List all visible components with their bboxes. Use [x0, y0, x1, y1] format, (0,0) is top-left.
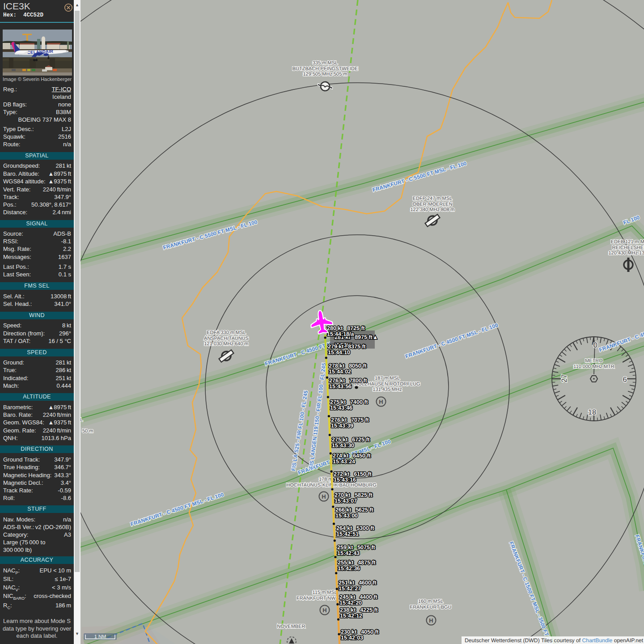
svg-text:15:42:20: 15:42:20 — [339, 600, 362, 606]
svg-text:245 kt 4400 ft: 245 kt 4400 ft — [339, 594, 378, 600]
svg-text:BUTZBACH-PFINGSTWEIDE: BUTZBACH-PFINGSTWEIDE — [292, 66, 358, 72]
svg-text:276 kt 7075 ft: 276 kt 7075 ft — [331, 417, 369, 423]
svg-text:270 kt 5825 ft: 270 kt 5825 ft — [335, 492, 373, 498]
svg-text:15:43:56: 15:43:56 — [329, 383, 352, 390]
svg-text:272 kt 6150 ft: 272 kt 6150 ft — [334, 471, 372, 477]
svg-text:15:43:30: 15:43:30 — [332, 442, 354, 449]
svg-text:ANSPACH/TAUNUS: ANSPACH/TAUNUS — [204, 336, 249, 341]
svg-text:278 kt 8050 ft: 278 kt 8050 ft — [329, 363, 367, 369]
svg-text:15:44:18/a: 15:44:18/a — [327, 331, 355, 337]
svg-text:15:44:02: 15:44:02 — [329, 369, 351, 375]
svg-text:115 m MSL: 115 m MSL — [313, 590, 337, 595]
svg-text:251 kt 4600 ft: 251 kt 4600 ft — [339, 580, 377, 586]
svg-text:H: H — [429, 617, 433, 624]
svg-text:255 kt 4875 ft: 255 kt 4875 ft — [338, 559, 376, 566]
svg-text:REICHELSHEIM: REICHELSHEIM — [612, 245, 644, 250]
svg-text:EDFP 247 m MSL: EDFP 247 m MSL — [413, 196, 452, 201]
svg-text:238 kt 4225 ft: 238 kt 4225 ft — [340, 607, 378, 613]
svg-text:OBER-MOERLEN: OBER-MOERLEN — [412, 202, 452, 207]
svg-text:FRANKFURT BGU: FRANKFURT BGU — [410, 605, 451, 610]
svg-text:FRANKFURT NW-: FRANKFURT NW- — [297, 596, 337, 601]
svg-text:H: H — [322, 607, 326, 614]
svg-text:H: H — [379, 398, 383, 405]
svg-text:15:43:39: 15:43:39 — [331, 423, 353, 429]
svg-text:335 m MSL: 335 m MSL — [313, 60, 338, 66]
svg-text:266 kt 5625 ft: 266 kt 5625 ft — [335, 507, 374, 513]
svg-text:Deutscher Wetterdienst (DWD) T: Deutscher Wetterdienst (DWD) Tiles court… — [465, 637, 644, 644]
svg-text:EDFA 330 m MSL: EDFA 330 m MSL — [207, 330, 246, 335]
svg-text:6: 6 — [623, 376, 627, 384]
svg-text:15:42:12: 15:42:12 — [340, 613, 362, 619]
svg-text:120.430 MHz 130 m: 120.430 MHz 130 m — [608, 250, 644, 256]
svg-text:131.435 MHz: 131.435 MHz — [373, 387, 402, 392]
svg-text:15:42:36: 15:42:36 — [338, 565, 360, 572]
svg-text:264 kt 5300 ft: 264 kt 5300 ft — [336, 525, 375, 531]
svg-text:50 m: 50 m — [82, 428, 93, 434]
svg-text:EDFB 121 m MSL: EDFB 121 m MSL — [611, 239, 644, 245]
svg-text:230 kt 4050 ft: 230 kt 4050 ft — [341, 629, 379, 635]
svg-text:15:44:10: 15:44:10 — [328, 349, 350, 356]
svg-text:15:42:51: 15:42:51 — [336, 531, 359, 537]
svg-text:18: 18 — [588, 408, 596, 416]
svg-text:27: 27 — [560, 374, 568, 382]
svg-text:0: 0 — [593, 341, 597, 349]
svg-text:NOVEMBER: NOVEMBER — [277, 624, 305, 629]
svg-text:FIS LANGEN 119.150 - FIR FL 10: FIS LANGEN 119.150 - FIR FL 100 - FL 245 — [308, 363, 327, 470]
svg-text:276 kt 7800 ft: 276 kt 7800 ft — [329, 377, 368, 384]
svg-text:275 kt 6725 ft: 275 kt 6725 ft — [332, 436, 370, 443]
svg-text:110.000 MHz MTR: 110.000 MHz MTR — [573, 364, 614, 369]
svg-text:H: H — [322, 493, 326, 500]
svg-text:15:42:43: 15:42:43 — [337, 550, 360, 556]
svg-text:122.340 MHz 808 m: 122.340 MHz 808 m — [410, 207, 454, 212]
svg-text:FRANKFURT - C 4500 FT MSL - FL: FRANKFURT - C 4500 FT MSL - FL 100 — [405, 322, 499, 360]
svg-text:METRO: METRO — [585, 358, 603, 364]
svg-text:279 kt 8375 ft: 279 kt 8375 ft — [328, 343, 366, 350]
svg-text:15:43:24: 15:43:24 — [333, 458, 355, 465]
svg-text:121.030 MHz 640 m: 121.030 MHz 640 m — [204, 341, 248, 347]
svg-text:15:43:46: 15:43:46 — [330, 405, 352, 411]
svg-text:259 kt 5075 ft: 259 kt 5075 ft — [337, 544, 376, 551]
svg-text:187 m MSL: 187 m MSL — [375, 376, 400, 381]
svg-text:15:43:00: 15:43:00 — [335, 513, 358, 519]
svg-text:15:42:27: 15:42:27 — [339, 585, 361, 592]
svg-text:L: L — [80, 417, 83, 423]
svg-text:15:42:03: 15:42:03 — [341, 635, 363, 641]
svg-text:160 m MSL: 160 m MSL — [418, 599, 443, 604]
svg-text:280 kt 8725 ft: 280 kt 8725 ft — [327, 325, 365, 331]
svg-text:129.505 MHz 505 m: 129.505 MHz 505 m — [303, 72, 347, 77]
svg-text:275 kt 7400 ft: 275 kt 7400 ft — [330, 399, 369, 405]
svg-text:15:43:16: 15:43:16 — [334, 477, 356, 483]
svg-text:274 kt 6450 ft: 274 kt 6450 ft — [333, 453, 371, 459]
svg-text:15:43:07: 15:43:07 — [335, 498, 357, 504]
svg-text:1 NM: 1 NM — [94, 634, 106, 640]
